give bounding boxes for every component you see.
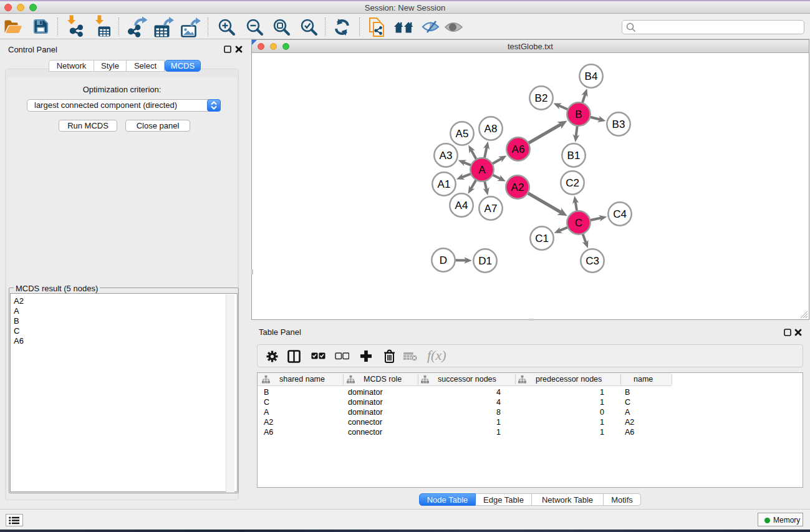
svg-text:A: A	[478, 164, 486, 176]
svg-text:B4: B4	[585, 70, 598, 82]
svg-text:C1: C1	[535, 233, 549, 244]
svg-text:B2: B2	[535, 92, 548, 104]
svg-text:A6: A6	[512, 143, 525, 155]
svg-text:D1: D1	[478, 255, 492, 267]
svg-text:C2: C2	[566, 177, 579, 189]
svg-text:A7: A7	[485, 203, 498, 215]
svg-text:C4: C4	[613, 208, 627, 220]
svg-text:A5: A5	[456, 128, 469, 140]
svg-text:C3: C3	[586, 255, 599, 267]
svg-text:A4: A4	[455, 200, 468, 211]
svg-text:A1: A1	[438, 178, 451, 190]
svg-text:A3: A3	[440, 150, 453, 162]
svg-text:D: D	[440, 254, 447, 266]
svg-text:A2: A2	[511, 181, 524, 193]
svg-text:B: B	[575, 109, 582, 120]
svg-text:A8: A8	[485, 123, 498, 135]
svg-text:B1: B1	[567, 150, 581, 162]
svg-text:B3: B3	[612, 118, 625, 130]
svg-text:C: C	[575, 217, 582, 229]
